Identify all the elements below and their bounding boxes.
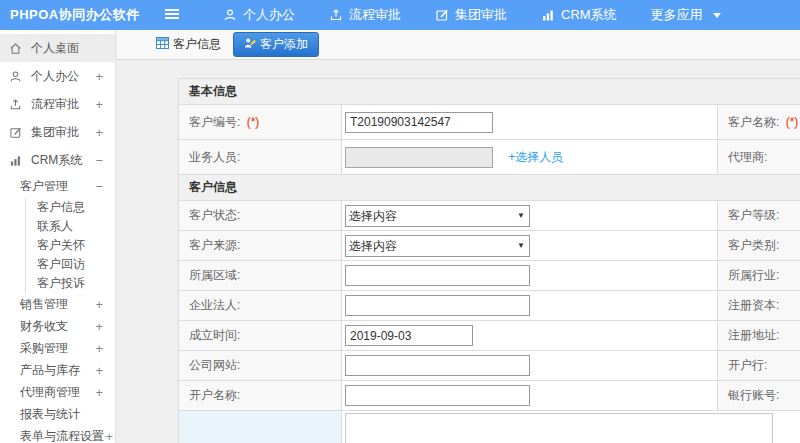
sidebar-item-label: 客户信息 <box>37 199 85 216</box>
region-input[interactable] <box>345 265 530 286</box>
sidebar-item-customer-care[interactable]: 客户关怀 <box>26 236 115 255</box>
industry-label: 所属行业: <box>718 261 800 291</box>
sidebar-item-finance[interactable]: 财务收支+ <box>0 315 115 337</box>
sidebar-item-products-inventory[interactable]: 产品与库存+ <box>0 359 115 381</box>
sidebar-item-reports-stats[interactable]: 报表与统计 <box>0 403 115 425</box>
customer-source-select[interactable]: 选择内容 <box>345 235 530 257</box>
legal-person-label: 企业法人: <box>179 291 342 321</box>
account-name-label: 开户名称: <box>179 381 342 411</box>
customer-source-label: 客户来源: <box>179 231 342 261</box>
plus-expander-icon[interactable]: + <box>95 363 103 378</box>
sidebar-item-customer-complaint[interactable]: 客户投诉 <box>26 274 115 293</box>
sales-person-input[interactable] <box>345 147 493 168</box>
founded-date-label: 成立时间: <box>179 321 342 351</box>
sidebar-item-label: 流程审批 <box>31 96 79 113</box>
person-add-icon <box>244 37 256 52</box>
remark-label-cell <box>179 411 342 443</box>
legal-person-input[interactable] <box>345 295 530 316</box>
hamburger-icon <box>164 6 180 24</box>
sidebar-item-label: 个人办公 <box>31 68 79 85</box>
nav-label: 更多应用 <box>651 6 703 24</box>
account-name-input[interactable] <box>345 385 530 406</box>
nav-label: 个人办公 <box>243 6 295 24</box>
sidebar-item-label: 表单与流程设置 <box>20 428 104 443</box>
customer-grade-label: 客户等级: <box>718 201 800 231</box>
nav-item-workflow-approval[interactable]: 流程审批 <box>329 6 401 24</box>
top-bar: PHPOA协同办公软件 个人办公 流程审批 集团审批 CRM系统 更多应用 <box>0 0 800 30</box>
sidebar-item-procurement[interactable]: 采购管理+ <box>0 337 115 359</box>
sidebar-item-label: 财务收支 <box>20 318 68 335</box>
home-icon <box>9 42 24 55</box>
chart-icon <box>9 154 24 167</box>
customer-mgmt-children: 客户信息 联系人 客户关怀 客户回访 客户投诉 <box>25 198 115 293</box>
app-logo: PHPOA协同办公软件 <box>0 6 158 24</box>
main-content: 客户信息 客户添加 基本信息 客户编号: (*) 客户名称: (*) 业务人员:… <box>117 30 800 443</box>
sidebar-item-customer-revisit[interactable]: 客户回访 <box>26 255 115 274</box>
minus-expander-icon[interactable]: − <box>95 179 103 194</box>
sidebar-item-personal-office[interactable]: 个人办公 + <box>0 62 115 90</box>
sidebar-item-label: 个人桌面 <box>31 40 79 57</box>
plus-expander-icon[interactable]: + <box>105 429 113 443</box>
plus-expander-icon[interactable]: + <box>95 319 103 334</box>
section-title-customer-info: 客户信息 <box>179 175 800 201</box>
sidebar-item-group-approval[interactable]: 集团审批 + <box>0 118 115 146</box>
customer-status-label: 客户状态: <box>179 201 342 231</box>
tab-strip: 客户信息 客户添加 <box>117 30 800 60</box>
nav-item-personal-office[interactable]: 个人办公 <box>223 6 295 24</box>
edit-icon <box>435 8 449 22</box>
sidebar-item-form-flow-settings[interactable]: 表单与流程设置+ <box>0 425 115 443</box>
remark-textarea[interactable] <box>345 413 773 443</box>
person-icon <box>223 8 237 22</box>
sidebar-item-customer-mgmt[interactable]: 客户管理 − <box>0 174 115 198</box>
customer-type-label: 客户类别: <box>718 231 800 261</box>
sidebar-item-contacts[interactable]: 联系人 <box>26 217 115 236</box>
upload-icon <box>329 8 343 22</box>
customer-name-label: 客户名称: (*) <box>718 105 800 140</box>
plus-expander-icon[interactable]: + <box>95 97 103 112</box>
sidebar-item-label: 报表与统计 <box>20 406 80 423</box>
nav-item-crm-system[interactable]: CRM系统 <box>541 6 617 24</box>
sidebar-item-label: CRM系统 <box>31 152 82 169</box>
person-icon <box>9 70 24 83</box>
website-input[interactable] <box>345 355 530 376</box>
choose-person-link[interactable]: +选择人员 <box>508 150 563 164</box>
plus-expander-icon[interactable]: + <box>95 125 103 140</box>
sidebar-item-label: 联系人 <box>37 218 73 235</box>
tab-customer-add[interactable]: 客户添加 <box>233 32 319 57</box>
registered-capital-label: 注册资本: <box>718 291 800 321</box>
sidebar-item-label: 客户关怀 <box>37 237 85 254</box>
edit-icon <box>9 126 24 139</box>
founded-date-input[interactable] <box>345 325 473 346</box>
sidebar-item-workflow-approval[interactable]: 流程审批 + <box>0 90 115 118</box>
customer-status-select[interactable]: 选择内容 <box>345 205 530 227</box>
crm-submenu: 客户管理 − 客户信息 联系人 客户关怀 客户回访 客户投诉 销售管理+ 财务收… <box>0 174 115 443</box>
required-marker: (*) <box>247 115 260 129</box>
website-label: 公司网站: <box>179 351 342 381</box>
plus-expander-icon[interactable]: + <box>95 69 103 84</box>
sidebar-item-personal-desktop[interactable]: 个人桌面 <box>0 34 115 62</box>
plus-expander-icon[interactable]: + <box>95 297 103 312</box>
sidebar-item-agent-mgmt[interactable]: 代理商管理+ <box>0 381 115 403</box>
plus-expander-icon[interactable]: + <box>95 385 103 400</box>
customer-no-input[interactable] <box>345 112 493 133</box>
bank-account-label: 银行账号: <box>718 381 800 411</box>
minus-expander-icon[interactable]: − <box>95 153 103 168</box>
sidebar-item-label: 产品与库存 <box>20 362 80 379</box>
required-marker: (*) <box>786 115 799 129</box>
customer-form-table: 基本信息 客户编号: (*) 客户名称: (*) 业务人员: +选择人员 代理商… <box>178 78 800 443</box>
agent-label: 代理商: <box>718 140 800 175</box>
sidebar-item-crm-system[interactable]: CRM系统 − <box>0 146 115 174</box>
upload-icon <box>9 98 24 111</box>
tab-customer-info[interactable]: 客户信息 <box>150 33 227 56</box>
plus-expander-icon[interactable]: + <box>95 341 103 356</box>
nav-label: 集团审批 <box>455 6 507 24</box>
sidebar-item-customer-info[interactable]: 客户信息 <box>26 198 115 217</box>
nav-item-more-apps[interactable]: 更多应用 <box>651 6 721 24</box>
hamburger-menu-button[interactable] <box>164 6 180 24</box>
tab-label: 客户信息 <box>173 36 221 53</box>
nav-item-group-approval[interactable]: 集团审批 <box>435 6 507 24</box>
sidebar-item-label: 代理商管理 <box>20 384 80 401</box>
sidebar-item-label: 集团审批 <box>31 124 79 141</box>
sales-person-label: 业务人员: <box>179 140 342 175</box>
sidebar-item-sales-mgmt[interactable]: 销售管理+ <box>0 293 115 315</box>
